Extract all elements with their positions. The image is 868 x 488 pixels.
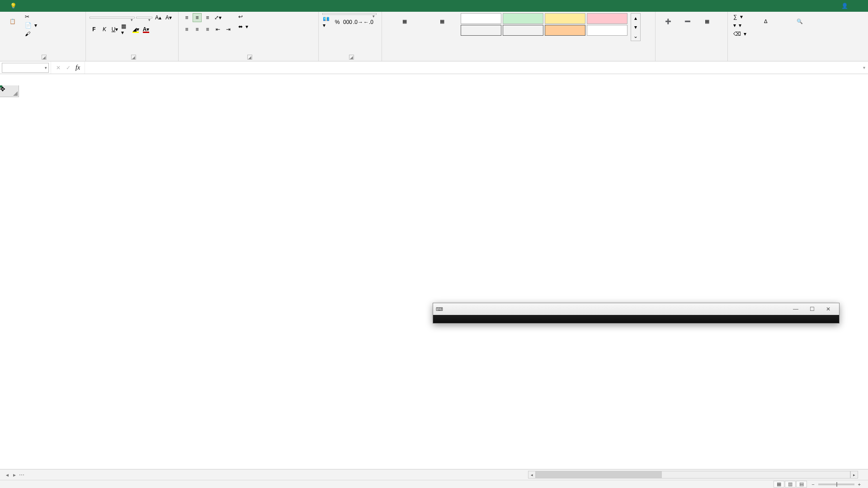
grow-font-button[interactable]: A▴ [154, 13, 163, 22]
merge-center-button[interactable]: ⬌ ▾ [236, 23, 250, 30]
sigma-icon: ∑ [733, 14, 737, 20]
font-dialog-icon[interactable]: ◢ [131, 55, 136, 60]
fill-button[interactable]: ▾ ▾ [731, 22, 748, 29]
thousands-button[interactable]: 000 [343, 18, 352, 27]
format-cells-button[interactable]: ▦ [698, 13, 716, 31]
hscroll-left-icon[interactable]: ◂ [528, 471, 536, 479]
format-as-table-button[interactable]: ▦ [425, 13, 459, 42]
conditional-formatting-button[interactable]: ▦ [386, 13, 424, 42]
italic-button[interactable]: K [100, 25, 109, 34]
bold-button[interactable]: F [90, 25, 99, 34]
orientation-button[interactable]: ⤢▾ [213, 13, 222, 22]
style-standard[interactable] [461, 13, 501, 24]
osk-minimize-button[interactable]: — [788, 304, 804, 314]
font-size-select[interactable] [136, 17, 152, 19]
style-neutral[interactable] [545, 13, 585, 24]
styles-scroll-down[interactable]: ▾ [631, 23, 640, 32]
hscroll-thumb[interactable] [536, 471, 662, 478]
merge-icon: ⬌ [238, 23, 243, 30]
autosum-button[interactable]: ∑ ▾ [731, 13, 748, 20]
align-dialog-icon[interactable]: ◢ [247, 55, 252, 60]
fx-icon[interactable]: fx [74, 64, 82, 71]
paste-button[interactable]: 📋 [4, 13, 22, 31]
zoom-out-button[interactable]: − [811, 482, 814, 487]
align-top-button[interactable]: ≡ [182, 13, 191, 22]
font-color-button[interactable]: A ▾ [142, 25, 151, 34]
zoom-in-button[interactable]: + [858, 482, 861, 487]
indent-decrease-button[interactable]: ⇤ [213, 25, 222, 34]
number-dialog-icon[interactable]: ◢ [349, 55, 354, 60]
border-button[interactable]: ▦ ▾ [121, 25, 130, 34]
number-format-select[interactable] [322, 13, 377, 15]
style-eingabe[interactable] [545, 25, 585, 36]
underline-button[interactable]: U ▾ [110, 25, 119, 34]
indent-increase-button[interactable]: ⇥ [224, 25, 233, 34]
cut-button[interactable]: ✂ [23, 13, 39, 20]
align-bottom-button[interactable]: ≡ [203, 13, 212, 22]
worksheet-grid[interactable]: ✥ [0, 85, 868, 472]
cancel-edit-button[interactable]: ✕ [54, 63, 63, 72]
sort-filter-button[interactable]: ᐃ [750, 13, 782, 31]
style-ausgabe[interactable] [461, 25, 501, 36]
percent-button[interactable]: % [333, 18, 342, 27]
font-name-select[interactable] [90, 17, 135, 19]
align-right-button[interactable]: ≡ [203, 25, 212, 34]
osk-titlebar[interactable]: ⌨ — ☐ ✕ [433, 303, 839, 315]
decrease-decimal-button[interactable]: ←.0 [364, 18, 373, 27]
ribbon: 📋 ✂ 📄 ▾ 🖌 ◢ A▴ A▾ F K U ▾ ▦ ▾ [0, 12, 868, 61]
tablefmt-icon: ▦ [435, 14, 449, 28]
share-icon: 👤 [841, 3, 848, 9]
osk-close-button[interactable]: ✕ [820, 304, 836, 314]
style-gut[interactable] [503, 13, 543, 24]
clear-button[interactable]: ⌫ ▾ [731, 30, 748, 38]
accounting-button[interactable]: 💶▾ [322, 18, 331, 27]
horizontal-scrollbar[interactable]: ◂ ▸ [528, 472, 858, 478]
hscroll-right-icon[interactable]: ▸ [850, 471, 858, 479]
insert-cells-button[interactable]: ➕ [659, 13, 677, 31]
increase-decimal-button[interactable]: .0→ [354, 18, 363, 27]
share-button[interactable]: 👤 [841, 3, 850, 9]
sheet-nav-next[interactable]: ▸ [11, 472, 18, 478]
style-berechnung[interactable] [503, 25, 543, 36]
condfmt-icon: ▦ [397, 14, 412, 28]
copy-button[interactable]: 📄 ▾ [23, 22, 39, 29]
align-middle-button[interactable]: ≡ [193, 13, 202, 22]
keyboard-icon: ⌨ [436, 306, 443, 312]
delete-cells-icon: ➖ [680, 14, 695, 28]
style-erklar[interactable] [587, 25, 627, 36]
column-headers[interactable] [19, 85, 868, 97]
shrink-font-button[interactable]: A▾ [164, 13, 173, 22]
sheet-tab-bar: ◂ ▸ ⋯ ◂ ▸ [0, 469, 868, 480]
confirm-edit-button[interactable]: ✓ [64, 63, 73, 72]
name-box[interactable] [2, 63, 49, 73]
onscreen-keyboard: ⌨ — ☐ ✕ [433, 303, 840, 324]
zoom-slider[interactable] [818, 483, 854, 485]
view-layout-button[interactable]: ▥ [785, 481, 796, 488]
styles-scroll-up[interactable]: ▴ [631, 14, 640, 23]
new-sheet-button[interactable] [29, 474, 40, 476]
styles-more[interactable]: ⌄ [631, 32, 640, 41]
delete-cells-button[interactable]: ➖ [679, 13, 697, 31]
clipboard-dialog-icon[interactable]: ◢ [42, 55, 47, 60]
formula-expand-icon[interactable]: ▾ [860, 65, 868, 70]
format-painter-button[interactable]: 🖌 [23, 30, 39, 38]
find-select-button[interactable]: 🔍 [783, 13, 816, 31]
style-schlecht[interactable] [587, 13, 627, 24]
view-normal-button[interactable]: ▦ [774, 481, 784, 488]
insert-cells-icon: ➕ [661, 14, 675, 28]
tell-me-search[interactable]: 💡 [10, 3, 19, 9]
cells-area[interactable] [19, 97, 868, 472]
align-left-button[interactable]: ≡ [182, 25, 191, 34]
osk-maximize-button[interactable]: ☐ [804, 304, 820, 314]
hscroll-track[interactable] [536, 471, 850, 479]
align-center-button[interactable]: ≡ [193, 25, 202, 34]
sheet-nav-more[interactable]: ⋯ [18, 472, 25, 478]
zoom-control[interactable]: − + [811, 482, 864, 487]
fill-color-button[interactable]: ◢ ▾ [131, 25, 140, 34]
formula-input[interactable] [85, 63, 860, 73]
view-pagebreak-button[interactable]: ▤ [796, 481, 807, 488]
status-bar: ▦ ▥ ▤ − + [0, 480, 868, 488]
sheet-nav-prev[interactable]: ◂ [4, 472, 11, 478]
sort-icon: ᐃ [759, 14, 773, 28]
wrap-text-button[interactable]: ↩ [236, 13, 250, 20]
